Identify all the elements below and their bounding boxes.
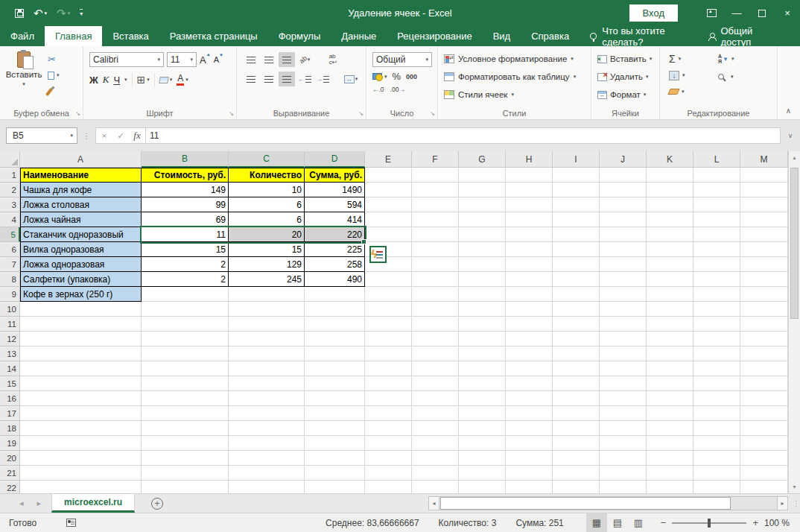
cell-G22[interactable] — [459, 481, 506, 493]
comma-style-button[interactable]: 000 — [406, 73, 417, 80]
cell-K11[interactable] — [647, 317, 693, 332]
cell-F21[interactable] — [412, 466, 459, 481]
cell-M20[interactable] — [740, 451, 788, 466]
cell-D20[interactable] — [305, 451, 365, 466]
cell-G16[interactable] — [459, 391, 506, 406]
column-header-J[interactable]: J — [600, 151, 647, 168]
cell-F17[interactable] — [412, 406, 459, 421]
cell-H13[interactable] — [506, 346, 553, 361]
cell-H12[interactable] — [506, 332, 553, 346]
cell-D10[interactable] — [305, 302, 365, 317]
cell-L20[interactable] — [693, 451, 740, 466]
cell-M4[interactable] — [740, 212, 788, 227]
table-cell-C4[interactable]: 6 — [229, 212, 305, 227]
fill-handle[interactable] — [361, 239, 366, 244]
splitter-dots[interactable]: ⋮ — [83, 132, 90, 140]
cell-C20[interactable] — [229, 451, 305, 466]
fill-color-button[interactable]: ▾ — [159, 77, 173, 83]
cell-D15[interactable] — [305, 376, 365, 391]
cell-M12[interactable] — [740, 332, 788, 346]
align-center-button[interactable] — [261, 72, 277, 86]
cell-G6[interactable] — [459, 242, 506, 257]
cell-I22[interactable] — [553, 481, 600, 493]
insert-cells-button[interactable]: Вставить ▾ — [597, 51, 652, 66]
cell-A10[interactable] — [20, 302, 142, 317]
save-button[interactable] — [15, 9, 24, 18]
cell-B9[interactable] — [142, 287, 229, 302]
row-header-8[interactable]: 8 — [0, 272, 20, 287]
cell-J1[interactable] — [600, 168, 647, 183]
tell-me-box[interactable]: Что вы хотите сделать? — [590, 26, 708, 46]
cell-M17[interactable] — [740, 406, 788, 421]
cell-E22[interactable] — [365, 481, 412, 493]
cell-I2[interactable] — [553, 183, 600, 197]
clear-button[interactable]: ▾ — [669, 85, 685, 98]
cell-F18[interactable] — [412, 421, 459, 436]
row-header-1[interactable]: 1 — [0, 168, 20, 183]
cell-G20[interactable] — [459, 451, 506, 466]
cell-C19[interactable] — [229, 436, 305, 451]
borders-button[interactable]: ⊞▾ — [137, 75, 150, 85]
column-header-B[interactable]: B — [142, 151, 229, 168]
dialog-launcher-icon[interactable]: ↘ — [75, 110, 80, 117]
table-cell-D4[interactable]: 414 — [305, 212, 365, 227]
cell-I19[interactable] — [553, 436, 600, 451]
zoom-slider[interactable] — [672, 522, 746, 524]
cell-G19[interactable] — [459, 436, 506, 451]
horizontal-scroll-track[interactable] — [439, 496, 777, 510]
cell-C18[interactable] — [229, 421, 305, 436]
cell-J12[interactable] — [600, 332, 647, 346]
cell-B13[interactable] — [142, 346, 229, 361]
cell-C14[interactable] — [229, 361, 305, 376]
table-cell-B7[interactable]: 2 — [142, 257, 229, 272]
expand-formula-bar-button[interactable]: ∨ — [784, 132, 797, 139]
cell-E8[interactable] — [365, 272, 412, 287]
row-header-17[interactable]: 17 — [0, 406, 20, 421]
cell-E14[interactable] — [365, 361, 412, 376]
table-cell-A6[interactable]: Вилка одноразовая — [20, 242, 142, 257]
cell-F9[interactable] — [412, 287, 459, 302]
ribbon-tab-Данные[interactable]: Данные — [331, 26, 387, 46]
cell-I12[interactable] — [553, 332, 600, 346]
cell-E9[interactable] — [365, 287, 412, 302]
cell-I16[interactable] — [553, 391, 600, 406]
cell-K2[interactable] — [647, 183, 693, 197]
cell-M13[interactable] — [740, 346, 788, 361]
cell-E20[interactable] — [365, 451, 412, 466]
cell-K13[interactable] — [647, 346, 693, 361]
cell-F15[interactable] — [412, 376, 459, 391]
cell-M2[interactable] — [740, 183, 788, 197]
cell-L5[interactable] — [693, 227, 740, 242]
cell-G8[interactable] — [459, 272, 506, 287]
cell-M7[interactable] — [740, 257, 788, 272]
cell-D18[interactable] — [305, 421, 365, 436]
cell-I14[interactable] — [553, 361, 600, 376]
cell-A12[interactable] — [20, 332, 142, 346]
cell-G9[interactable] — [459, 287, 506, 302]
cell-I21[interactable] — [553, 466, 600, 481]
increase-font-button[interactable]: A▲ — [200, 54, 211, 66]
scroll-down-button[interactable]: ▾ — [789, 481, 800, 493]
cell-E5[interactable] — [365, 227, 412, 242]
cell-A11[interactable] — [20, 317, 142, 332]
cell-B14[interactable] — [142, 361, 229, 376]
table-cell-A8[interactable]: Салфетки (упаковка) — [20, 272, 142, 287]
column-header-H[interactable]: H — [506, 151, 553, 168]
format-as-table-button[interactable]: Форматировать как таблицу ▾ — [444, 69, 576, 84]
cell-I13[interactable] — [553, 346, 600, 361]
find-select-button[interactable]: ▾ — [718, 70, 734, 83]
table-cell-D7[interactable]: 258 — [305, 257, 365, 272]
cell-K22[interactable] — [647, 481, 693, 493]
cell-A18[interactable] — [20, 421, 142, 436]
row-header-6[interactable]: 6 — [0, 242, 20, 257]
cell-K16[interactable] — [647, 391, 693, 406]
quick-analysis-button[interactable]: ϟ — [369, 246, 387, 263]
italic-button[interactable]: К — [103, 74, 109, 86]
conditional-formatting-button[interactable]: Условное форматирование ▾ — [444, 51, 574, 66]
row-header-9[interactable]: 9 — [0, 287, 20, 302]
cell-L6[interactable] — [693, 242, 740, 257]
cell-I4[interactable] — [553, 212, 600, 227]
cell-M14[interactable] — [740, 361, 788, 376]
table-cell-B6[interactable]: 15 — [142, 242, 229, 257]
cell-J16[interactable] — [600, 391, 647, 406]
